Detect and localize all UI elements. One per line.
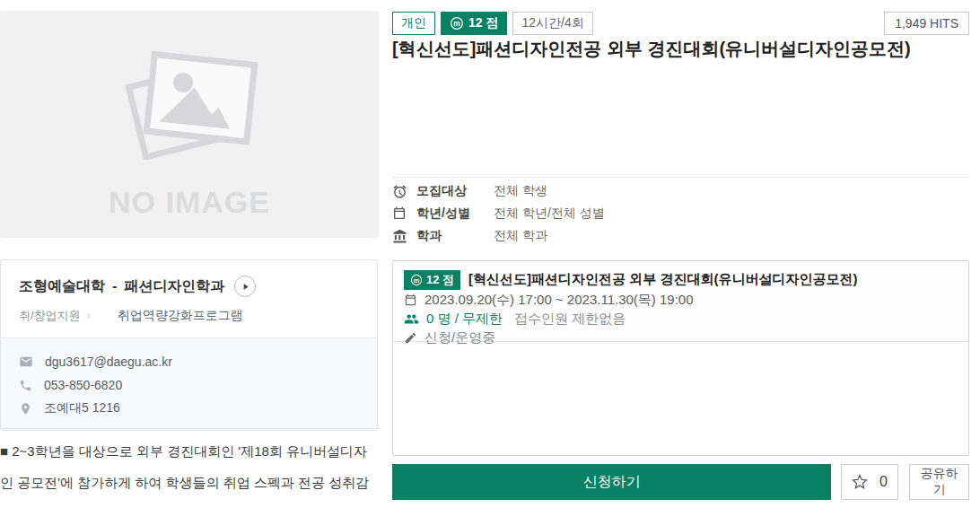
summary-label: 모집대상 <box>416 183 494 199</box>
summary-value: 전체 학과 <box>494 228 547 244</box>
badge-duration: 12시간/4회 <box>512 12 592 35</box>
bank-icon <box>392 229 407 244</box>
organizer-phone: 053-850-6820 <box>44 378 122 392</box>
organizer-card: 조형예술대학 - 패션디자인학과 취/창업지원 취업역량강화프로그램 dgu36… <box>0 259 378 431</box>
badge-points-label: 12 점 <box>468 15 498 31</box>
share-button[interactable]: 공유하기 <box>909 464 969 500</box>
organizer-location: 조예대5 1216 <box>44 400 120 416</box>
summary-label: 학년/성별 <box>416 206 494 222</box>
favorite-button[interactable]: 0 <box>841 464 898 500</box>
favorite-count: 0 <box>879 474 888 490</box>
session-period: 2023.09.20(수) 17:00 ~ 2023.11.30(목) 19:0… <box>424 292 694 309</box>
summary-value: 전체 학생 <box>494 183 547 199</box>
play-button[interactable] <box>234 276 256 297</box>
summary-value: 전체 학년/전체 성별 <box>494 206 605 222</box>
description-text: ■ 2~3학년을 대상으로 외부 경진대회인 '제18회 유니버설디자인 공모전… <box>0 435 381 508</box>
category-path[interactable]: 취/창업지원 <box>19 308 81 324</box>
summary-row-department: 학과 전체 학과 <box>392 227 605 245</box>
chevron-right-icon <box>83 311 94 321</box>
pen-icon <box>404 331 417 345</box>
header-badges: 개인 m 12 점 12시간/4회 <box>392 12 593 35</box>
star-icon <box>852 474 868 490</box>
badge-points: m 12 점 <box>441 12 507 35</box>
circled-m-icon: m <box>410 274 423 286</box>
summary-row-target: 모집대상 전체 학생 <box>392 182 605 200</box>
calendar-icon <box>392 206 407 221</box>
session-card: m 12 점 [혁신선도]패션디자인전공 외부 경진대회(유니버설디자인공모전)… <box>392 260 969 456</box>
session-capacity: 0 명 / 무제한 <box>426 311 503 328</box>
college-dept-separator: - <box>112 278 117 294</box>
circled-m-icon: m <box>450 16 464 31</box>
map-pin-icon <box>19 402 32 416</box>
svg-text:m: m <box>414 276 420 284</box>
alarm-clock-icon <box>392 184 407 199</box>
page-title: [혁신선도]패션디자인전공 외부 경진대회(유니버설디자인공모전) <box>392 37 971 61</box>
organizer-email: dgu3617@daegu.ac.kr <box>45 355 172 369</box>
mail-icon <box>19 355 33 369</box>
contact-row-email: dgu3617@daegu.ac.kr <box>19 350 359 373</box>
organizer-contact: dgu3617@daegu.ac.kr 053-850-6820 조예대5 12… <box>1 337 377 430</box>
summary-row-grade-gender: 학년/성별 전체 학년/전체 성별 <box>392 205 605 223</box>
no-image-label: NO IMAGE <box>109 185 270 220</box>
program-type: 취업역량강화프로그램 <box>118 308 243 324</box>
program-summary: 모집대상 전체 학생 학년/성별 전체 학년/전체 성별 학과 전체 학과 <box>392 182 605 250</box>
session-capacity-note: 접수인원 제한없음 <box>514 311 626 328</box>
summary-label: 학과 <box>416 228 494 244</box>
program-description: ■ 2~3학년을 대상으로 외부 경진대회인 '제18회 유니버설디자인 공모전… <box>0 428 381 508</box>
apply-button[interactable]: 신청하기 <box>392 464 831 500</box>
contact-row-location: 조예대5 1216 <box>19 397 359 420</box>
session-capacity-row: 0 명 / 무제한 접수인원 제한없음 <box>404 310 958 328</box>
session-info: m 12 점 [혁신선도]패션디자인전공 외부 경진대회(유니버설디자인공모전)… <box>393 261 968 342</box>
department-name: 패션디자인학과 <box>124 277 224 296</box>
organizer-head: 조형예술대학 - 패션디자인학과 취/창업지원 취업역량강화프로그램 <box>1 260 377 337</box>
play-triangle-icon <box>241 282 250 292</box>
session-points-badge: m 12 점 <box>404 270 460 290</box>
calendar-icon <box>404 293 417 307</box>
session-title: [혁신선도]패션디자인전공 외부 경진대회(유니버설디자인공모전) <box>468 271 857 288</box>
session-status-row: 신청/운영중 <box>404 328 958 347</box>
session-period-row: 2023.09.20(수) 17:00 ~ 2023.11.30(목) 19:0… <box>404 291 958 310</box>
svg-text:m: m <box>453 19 460 28</box>
session-points-label: 12 점 <box>426 272 454 288</box>
contact-row-phone: 053-850-6820 <box>19 373 359 397</box>
program-thumbnail-placeholder: NO IMAGE <box>0 11 379 238</box>
hits-badge: 1,949 HITS <box>884 12 969 35</box>
session-status: 신청/운영중 <box>424 329 495 346</box>
badge-personal: 개인 <box>392 12 435 35</box>
photo-placeholder-icon <box>110 43 268 160</box>
phone-icon <box>19 379 32 392</box>
people-icon <box>404 311 419 327</box>
college-name: 조형예술대학 <box>19 277 105 296</box>
section-divider <box>392 177 969 178</box>
